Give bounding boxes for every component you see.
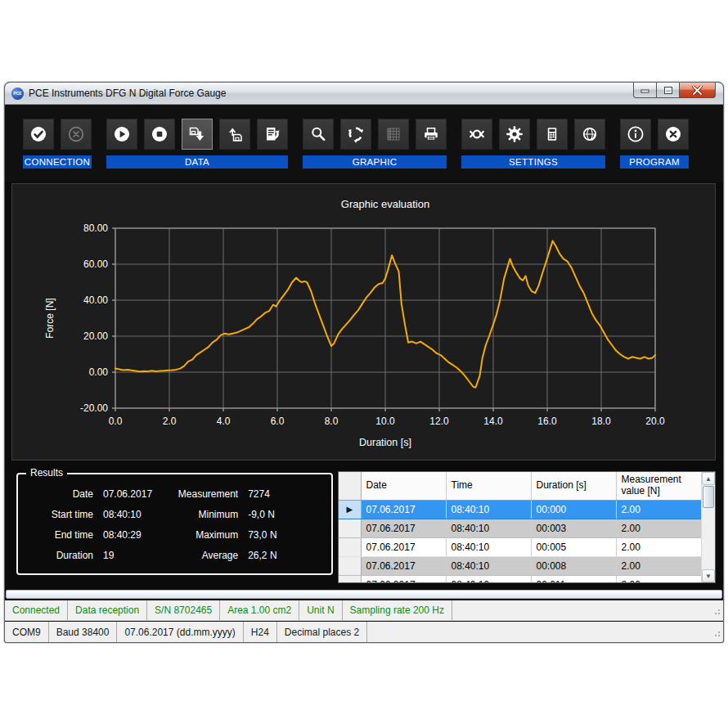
table-cell[interactable]: 07.06.2017 [361, 575, 446, 582]
row-marker[interactable] [339, 556, 361, 575]
table-row[interactable]: ▶07.06.201708:40:1000:0002.00 [339, 500, 701, 519]
measurement-grid: DateTimeDuration [s]Measurement value [N… [339, 472, 701, 582]
client-area: CONNECTIONDATAGRAPHICSETTINGSPROGRAM Gra… [5, 105, 723, 642]
x-tick-label: 2.0 [163, 416, 177, 427]
table-scrollbar[interactable]: ▲ ▼ [701, 472, 715, 582]
x-circle-icon [67, 125, 85, 143]
print-button[interactable] [416, 119, 447, 150]
result-label: Minimum [163, 509, 238, 520]
scroll-down-icon[interactable]: ▼ [702, 569, 715, 582]
y-tick-label: 40.00 [83, 294, 108, 306]
table-cell[interactable]: 2.00 [616, 537, 701, 556]
settings-button[interactable] [499, 119, 530, 150]
refresh-graphic-button[interactable] [340, 119, 371, 150]
x-tick-label: 14.0 [483, 416, 503, 427]
disconnect-button[interactable] [61, 119, 92, 150]
table-cell[interactable]: 07.06.2017 [361, 537, 446, 556]
caption-buttons [633, 83, 716, 98]
row-marker[interactable] [339, 537, 361, 556]
calculator-icon [543, 125, 561, 143]
printer-icon [422, 125, 440, 143]
app-icon: PCE [11, 88, 24, 100]
toolbar-group-graphic: GRAPHIC [303, 119, 447, 182]
table-cell[interactable]: 07.06.2017 [361, 519, 446, 537]
tare-zero-button[interactable] [461, 119, 492, 150]
export-data-button[interactable] [257, 119, 288, 150]
table-cell[interactable]: 08:40:10 [446, 556, 531, 575]
table-cell[interactable]: 2.00 [616, 556, 701, 575]
device-settings-button[interactable] [537, 119, 568, 150]
scroll-up-icon[interactable]: ▲ [702, 472, 715, 485]
table-cell[interactable]: 08:40:10 [446, 500, 531, 519]
table-cell[interactable]: 2.00 [616, 500, 701, 519]
grid-toggle-button[interactable] [378, 119, 409, 150]
result-value: 19 [103, 550, 114, 561]
zoom-button[interactable] [303, 119, 334, 150]
save-data-button[interactable] [182, 119, 213, 150]
row-marker[interactable] [339, 519, 361, 537]
toolbar-group-label-data: DATA [106, 155, 288, 169]
results-groupbox: Results Date07.06.2017Start time08:40:10… [16, 473, 333, 575]
exit-button[interactable] [658, 119, 689, 150]
minimize-button[interactable] [633, 83, 657, 98]
table-cell[interactable]: 00:005 [531, 537, 616, 556]
table-row[interactable]: 07.06.201708:40:1000:0112.00 [339, 575, 701, 582]
titlebar[interactable]: PCE PCE Instruments DFG N Digital Force … [5, 83, 723, 105]
x-tick-label: 6.0 [271, 416, 285, 427]
result-field-measurement: Measurement7274 [163, 484, 326, 505]
status-item: H24 [244, 622, 277, 642]
connect-button[interactable] [23, 119, 54, 150]
result-value: 08:40:29 [103, 529, 142, 541]
statusbar-device: ConnectedData receptionS/N 8702465Area 1… [5, 600, 723, 621]
result-label: Date [18, 488, 93, 500]
grid-icon [384, 125, 402, 143]
scroll-thumb[interactable] [703, 486, 714, 508]
result-value: -9,0 N [248, 509, 275, 520]
load-data-button[interactable] [219, 119, 250, 150]
column-header[interactable]: Duration [s] [531, 472, 616, 500]
y-axis-label: Force [N] [44, 298, 56, 338]
x-tick-label: 4.0 [217, 416, 231, 427]
column-header[interactable]: Time [446, 472, 531, 500]
table-cell[interactable]: 00:003 [531, 519, 616, 537]
table-cell[interactable]: 08:40:10 [446, 575, 531, 582]
window-title: PCE Instruments DFG N Digital Force Gaug… [29, 88, 226, 99]
table-cell[interactable]: 07.06.2017 [361, 500, 446, 519]
toolbar-group-label-settings: SETTINGS [461, 155, 605, 169]
close-button[interactable] [679, 83, 716, 98]
exit-icon [664, 125, 682, 143]
results-grid: Date07.06.2017Start time08:40:10End time… [18, 474, 331, 573]
table-cell[interactable]: 2.00 [616, 519, 701, 537]
table-row[interactable]: 07.06.201708:40:1000:0052.00 [339, 537, 701, 556]
desktop: PCE PCE Instruments DFG N Digital Force … [0, 0, 728, 728]
table-cell[interactable]: 2.00 [616, 575, 701, 582]
row-marker[interactable]: ▶ [339, 500, 361, 519]
result-field-end-time: End time08:40:29 [18, 525, 163, 546]
table-cell[interactable]: 07.06.2017 [361, 556, 446, 575]
toolbar-group-connection: CONNECTION [23, 119, 92, 182]
resize-grip-icon [714, 628, 721, 640]
table-row[interactable]: 07.06.201708:40:1000:0032.00 [339, 519, 701, 537]
table-cell[interactable]: 00:000 [531, 500, 616, 519]
status-item: Connected [5, 600, 68, 620]
start-measurement-button[interactable] [106, 119, 137, 150]
row-marker[interactable] [339, 575, 361, 582]
column-header[interactable]: Date [361, 472, 446, 500]
result-field-date: Date07.06.2017 [18, 484, 163, 505]
maximize-button[interactable] [657, 83, 679, 98]
table-cell[interactable]: 00:008 [531, 556, 616, 575]
table-cell[interactable]: 00:011 [531, 575, 616, 582]
stop-icon [151, 125, 169, 143]
table-cell[interactable]: 08:40:10 [446, 519, 531, 537]
chart-title: Graphic evaluation [341, 198, 429, 210]
info-button[interactable] [620, 119, 651, 150]
table-row[interactable]: 07.06.201708:40:1000:0082.00 [339, 556, 701, 575]
stop-measurement-button[interactable] [144, 119, 175, 150]
table-cell[interactable]: 08:40:10 [446, 537, 531, 556]
result-label: Measurement [163, 488, 238, 500]
status-item: 07.06.2017 (dd.mm.yyyy) [117, 622, 243, 642]
language-button[interactable] [574, 119, 605, 150]
column-header[interactable]: Measurement value [N] [616, 472, 701, 500]
x-tick-label: 0.0 [109, 416, 123, 427]
row-header-corner [339, 472, 361, 500]
